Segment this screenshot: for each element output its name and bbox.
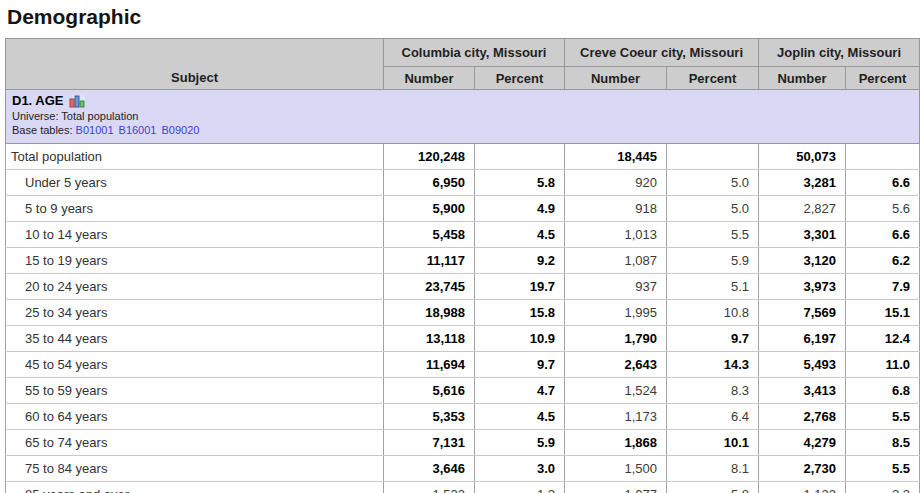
joplin-percent-cell: 8.5 [846, 430, 920, 456]
joplin-number-cell: 5,493 [759, 352, 846, 378]
columbia-percent-cell: 4.5 [475, 404, 565, 430]
creve-coeur-percent-cell: 5.0 [667, 170, 759, 196]
demographic-table: Subject Columbia city, Missouri Creve Co… [5, 38, 920, 493]
columbia-percent-cell: 9.7 [475, 352, 565, 378]
creve-coeur-percent-cell: 10.1 [667, 430, 759, 456]
row-label: 85 years and over [6, 482, 384, 493]
base-table-link-b01001[interactable]: B01001 [76, 124, 114, 136]
city-header-columbia: Columbia city, Missouri [384, 39, 565, 67]
columbia-number-cell: 5,616 [384, 378, 475, 404]
columbia-percent-cell: 10.9 [475, 326, 565, 352]
columbia-number-cell: 3,646 [384, 456, 475, 482]
base-table-link-b09020[interactable]: B09020 [161, 124, 199, 136]
table-row: 75 to 84 years 3,646 3.0 1,500 8.1 2,730… [6, 456, 920, 482]
creve-coeur-percent-cell: 5.8 [667, 482, 759, 493]
section-base-tables: Base tables: B01001B16001B09020 [12, 124, 913, 136]
table-body: D1. AGE Universe: Total population Base … [6, 90, 920, 493]
columbia-percent-cell: 4.7 [475, 378, 565, 404]
columbia-number-cell: 11,694 [384, 352, 475, 378]
city-header-row: Subject Columbia city, Missouri Creve Co… [6, 39, 920, 67]
creve-coeur-number-cell: 1,087 [565, 248, 667, 274]
joplin-number-cell: 3,120 [759, 248, 846, 274]
table-row: 65 to 74 years 7,131 5.9 1,868 10.1 4,27… [6, 430, 920, 456]
columbia-number-cell: 1,532 [384, 482, 475, 493]
base-table-link-b16001[interactable]: B16001 [119, 124, 157, 136]
creve-coeur-number-cell: 1,868 [565, 430, 667, 456]
joplin-percent-cell: 6.2 [846, 248, 920, 274]
joplin-number-cell: 4,279 [759, 430, 846, 456]
row-label: 25 to 34 years [6, 300, 384, 326]
creve-coeur-percent-cell: 9.7 [667, 326, 759, 352]
row-label: 45 to 54 years [6, 352, 384, 378]
creve-coeur-percent-header: Percent [667, 67, 759, 90]
columbia-number-cell: 6,950 [384, 170, 475, 196]
creve-coeur-percent-cell: 5.1 [667, 274, 759, 300]
bar-chart-icon[interactable] [69, 94, 86, 108]
creve-coeur-percent-cell [667, 144, 759, 170]
joplin-number-header: Number [759, 67, 846, 90]
section-title: D1. AGE [12, 93, 64, 108]
joplin-percent-cell: 11.0 [846, 352, 920, 378]
row-label: 10 to 14 years [6, 222, 384, 248]
columbia-number-cell: 5,900 [384, 196, 475, 222]
row-label: 15 to 19 years [6, 248, 384, 274]
columbia-percent-cell: 9.2 [475, 248, 565, 274]
table-row: 85 years and over 1,532 1.3 1,077 5.8 1,… [6, 482, 920, 493]
city-header-joplin: Joplin city, Missouri [759, 39, 920, 67]
creve-coeur-percent-cell: 14.3 [667, 352, 759, 378]
table-row: 10 to 14 years 5,458 4.5 1,013 5.5 3,301… [6, 222, 920, 248]
joplin-percent-cell: 6.8 [846, 378, 920, 404]
joplin-percent-cell: 5.5 [846, 404, 920, 430]
creve-coeur-number-cell: 18,445 [565, 144, 667, 170]
joplin-number-cell: 2,827 [759, 196, 846, 222]
row-label: 55 to 59 years [6, 378, 384, 404]
section-header-row: D1. AGE Universe: Total population Base … [6, 90, 920, 144]
creve-coeur-number-cell: 1,524 [565, 378, 667, 404]
joplin-percent-cell: 15.1 [846, 300, 920, 326]
table-row: 60 to 64 years 5,353 4.5 1,173 6.4 2,768… [6, 404, 920, 430]
creve-coeur-percent-cell: 8.1 [667, 456, 759, 482]
creve-coeur-percent-cell: 5.5 [667, 222, 759, 248]
joplin-number-cell: 6,197 [759, 326, 846, 352]
joplin-percent-cell: 2.2 [846, 482, 920, 493]
creve-coeur-number-cell: 920 [565, 170, 667, 196]
joplin-percent-cell: 5.6 [846, 196, 920, 222]
table-row: Total population 120,248 18,445 50,073 [6, 144, 920, 170]
columbia-number-cell: 120,248 [384, 144, 475, 170]
columbia-number-cell: 7,131 [384, 430, 475, 456]
creve-coeur-number-cell: 1,173 [565, 404, 667, 430]
joplin-number-cell: 3,281 [759, 170, 846, 196]
columbia-percent-cell: 5.9 [475, 430, 565, 456]
columbia-percent-cell: 4.5 [475, 222, 565, 248]
joplin-number-cell: 1,122 [759, 482, 846, 493]
columbia-number-cell: 18,988 [384, 300, 475, 326]
creve-coeur-percent-cell: 8.3 [667, 378, 759, 404]
row-label: 60 to 64 years [6, 404, 384, 430]
table-row: 5 to 9 years 5,900 4.9 918 5.0 2,827 5.6 [6, 196, 920, 222]
joplin-number-cell: 3,413 [759, 378, 846, 404]
joplin-percent-cell: 5.5 [846, 456, 920, 482]
table-row: 15 to 19 years 11,117 9.2 1,087 5.9 3,12… [6, 248, 920, 274]
creve-coeur-number-cell: 2,643 [565, 352, 667, 378]
row-label: Under 5 years [6, 170, 384, 196]
row-label: 65 to 74 years [6, 430, 384, 456]
subject-header: Subject [6, 39, 384, 90]
creve-coeur-number-cell: 1,995 [565, 300, 667, 326]
joplin-percent-cell: 6.6 [846, 222, 920, 248]
table-row: 20 to 24 years 23,745 19.7 937 5.1 3,973… [6, 274, 920, 300]
joplin-percent-cell: 7.9 [846, 274, 920, 300]
creve-coeur-percent-cell: 5.0 [667, 196, 759, 222]
columbia-number-cell: 5,353 [384, 404, 475, 430]
joplin-number-cell: 50,073 [759, 144, 846, 170]
columbia-percent-cell: 19.7 [475, 274, 565, 300]
joplin-number-cell: 2,768 [759, 404, 846, 430]
creve-coeur-number-cell: 1,077 [565, 482, 667, 493]
creve-coeur-number-cell: 918 [565, 196, 667, 222]
city-header-creve-coeur: Creve Coeur city, Missouri [565, 39, 759, 67]
row-label: 75 to 84 years [6, 456, 384, 482]
columbia-percent-cell: 4.9 [475, 196, 565, 222]
section-universe: Universe: Total population [12, 110, 913, 122]
columbia-number-cell: 13,118 [384, 326, 475, 352]
table-row: Under 5 years 6,950 5.8 920 5.0 3,281 6.… [6, 170, 920, 196]
creve-coeur-percent-cell: 6.4 [667, 404, 759, 430]
